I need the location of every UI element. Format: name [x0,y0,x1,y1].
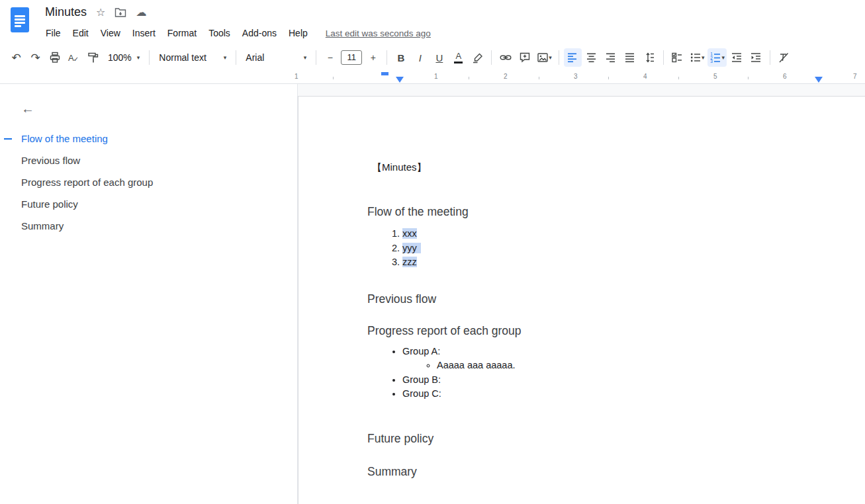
menu-edit[interactable]: Edit [67,25,95,41]
outline-item-summary[interactable]: Summary [0,215,297,237]
align-left-button[interactable] [564,48,582,67]
menu-file[interactable]: File [40,25,67,41]
left-indent-marker[interactable] [396,77,404,83]
toolbar-divider [770,50,770,65]
bulleted-list-button[interactable]: ▾ [688,48,707,67]
doc-heading-progress[interactable]: Progress report of each group [367,324,839,338]
star-icon[interactable]: ☆ [96,7,105,18]
ruler-number: 1 [434,73,438,80]
outline-item-future-policy[interactable]: Future policy [0,193,297,215]
list-item[interactable]: Group B: [402,373,839,388]
doc-heading-previous[interactable]: Previous flow [367,292,839,306]
toolbar-divider [236,50,236,65]
justify-icon [624,52,636,63]
bulleted-list-icon [690,52,702,63]
zoom-select[interactable]: 100%▾ [103,48,145,67]
insert-image-icon [537,52,549,63]
insert-link-button[interactable] [496,48,514,67]
menu-bar: File Edit View Insert Format Tools Add-o… [40,25,431,41]
list-item[interactable]: yyy [402,241,839,256]
chevron-down-icon: ▾ [721,55,725,61]
align-right-button[interactable] [602,48,620,67]
cloud-saved-icon[interactable]: ☁ [136,7,146,18]
menu-add-ons[interactable]: Add-ons [236,25,283,41]
redo-button[interactable]: ↷ [26,48,44,67]
chevron-down-icon: ▾ [224,55,227,61]
paint-format-button[interactable] [84,48,102,67]
list-item[interactable]: xxx [402,227,839,241]
justify-button[interactable] [621,48,639,67]
list-item[interactable]: Group C: [402,387,839,401]
text-color-icon: A [454,52,463,63]
doc-heading-flow[interactable]: Flow of the meeting [367,205,839,219]
ruler-number: 2 [504,73,508,80]
italic-button[interactable]: I [411,48,429,67]
print-button[interactable] [46,48,64,67]
align-center-icon [586,52,598,63]
document-title[interactable]: Minutes [45,5,87,19]
spellcheck-button[interactable]: A✓ [65,48,83,67]
move-to-folder-icon[interactable] [114,7,126,18]
first-line-indent-marker[interactable] [381,72,388,75]
insert-image-button[interactable]: ▾ [535,48,554,67]
outline-item-previous-flow[interactable]: Previous flow [0,149,297,171]
toolbar-divider [663,50,664,65]
selected-text[interactable]: xxx [402,228,417,239]
font-select[interactable]: Arial▾ [240,48,312,67]
clear-formatting-button[interactable] [775,48,793,67]
line-spacing-icon [643,52,655,63]
outline-item-progress-report[interactable]: Progress report of each group [0,171,297,193]
increase-indent-button[interactable] [747,48,765,67]
toolbar-divider [149,50,150,65]
clear-formatting-icon [778,52,790,63]
add-comment-button[interactable] [516,48,533,67]
doc-bullet-list: Group A: Aaaaa aaa aaaaa. Group B: Group… [367,345,839,401]
menu-help[interactable]: Help [283,25,314,41]
docs-logo-icon[interactable] [11,7,29,32]
ruler: 1 1 2 3 4 5 6 7 [0,71,865,84]
outline-item-flow-of-the-meeting[interactable]: Flow of the meeting [0,128,297,149]
font-size-input[interactable]: 11 [341,50,362,65]
list-item[interactable]: Group A: Aaaaa aaa aaaaa. [402,345,839,373]
bold-button[interactable]: B [392,48,410,67]
doc-heading-future[interactable]: Future policy [367,432,839,446]
doc-heading-summary[interactable]: Summary [367,465,839,479]
selected-text[interactable]: zzz [402,257,417,267]
doc-sub-bullet-list: Aaaaa aaa aaaaa. [402,358,839,373]
highlight-color-button[interactable] [469,48,486,67]
list-item[interactable]: Aaaaa aaa aaaaa. [437,358,839,373]
checklist-button[interactable] [668,48,686,67]
menu-tools[interactable]: Tools [203,25,236,41]
align-right-icon [605,52,617,63]
selected-text[interactable]: yyy [402,243,421,253]
list-item[interactable]: zzz [402,255,839,270]
undo-button[interactable]: ↶ [7,48,25,67]
close-outline-button[interactable]: ← [17,101,38,116]
ruler-number: 3 [574,73,578,80]
menu-insert[interactable]: Insert [126,25,161,41]
print-icon [49,52,61,63]
decrease-indent-button[interactable] [728,48,746,67]
numbered-list-button[interactable]: 123 ▾ [707,48,727,67]
decrease-font-size-button[interactable]: − [321,48,339,67]
ruler-number: 6 [783,73,787,80]
increase-font-size-button[interactable]: + [364,48,382,67]
google-docs-app: Minutes ☆ ☁ File Edit View Insert Format… [0,0,865,504]
doc-paragraph-intro[interactable]: 【Minutes】 [372,161,839,174]
paragraph-style-select[interactable]: Normal text▾ [154,48,232,67]
underline-button[interactable]: U [430,48,448,67]
toolbar-divider [316,50,316,65]
menu-format[interactable]: Format [161,25,203,41]
chevron-down-icon: ▾ [304,55,307,61]
insert-link-icon [500,52,512,63]
document-page[interactable]: 【Minutes】 Flow of the meeting xxx yyy zz… [298,96,865,504]
last-edit-status[interactable]: Last edit was seconds ago [326,28,431,38]
toolbar: ↶ ↷ A✓ 100%▾ Normal text▾ Arial▾ − 11 + … [0,44,865,71]
menu-view[interactable]: View [95,25,126,41]
outline-list: Flow of the meeting Previous flow Progre… [0,128,297,237]
line-spacing-button[interactable] [641,48,659,67]
text-color-button[interactable]: A [449,48,467,67]
decrease-indent-icon [731,52,743,63]
right-indent-marker[interactable] [815,77,823,83]
align-center-button[interactable] [583,48,601,67]
